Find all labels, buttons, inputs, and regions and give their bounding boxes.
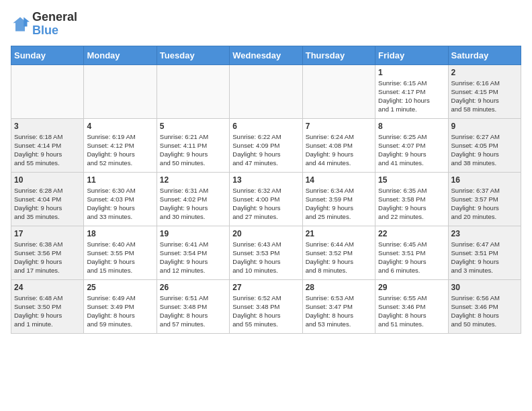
calendar-cell: 17Sunrise: 6:38 AM Sunset: 3:56 PM Dayli… (11, 226, 84, 279)
day-info: Sunrise: 6:34 AM Sunset: 3:59 PM Dayligh… (306, 186, 372, 222)
day-info: Sunrise: 6:56 AM Sunset: 3:46 PM Dayligh… (451, 293, 518, 329)
day-info: Sunrise: 6:22 AM Sunset: 4:09 PM Dayligh… (232, 132, 299, 168)
calendar-cell (302, 64, 375, 118)
day-number: 15 (378, 175, 445, 185)
day-number: 19 (160, 229, 226, 238)
calendar-cell: 4Sunrise: 6:19 AM Sunset: 4:12 PM Daylig… (84, 118, 157, 172)
svg-marker-2 (24, 17, 30, 26)
day-number: 22 (378, 229, 445, 238)
day-number: 27 (232, 283, 299, 292)
logo: General Blue (11, 11, 77, 38)
day-number: 23 (451, 229, 518, 238)
calendar-cell: 18Sunrise: 6:40 AM Sunset: 3:55 PM Dayli… (84, 226, 157, 279)
calendar-cell: 16Sunrise: 6:37 AM Sunset: 3:57 PM Dayli… (448, 172, 521, 226)
calendar-cell: 6Sunrise: 6:22 AM Sunset: 4:09 PM Daylig… (230, 118, 302, 172)
day-info: Sunrise: 6:24 AM Sunset: 4:08 PM Dayligh… (306, 132, 372, 168)
calendar-cell: 9Sunrise: 6:27 AM Sunset: 4:05 PM Daylig… (448, 118, 521, 172)
day-number: 12 (160, 175, 226, 185)
day-number: 8 (378, 122, 445, 131)
calendar-cell: 21Sunrise: 6:44 AM Sunset: 3:52 PM Dayli… (302, 226, 375, 279)
day-info: Sunrise: 6:49 AM Sunset: 3:49 PM Dayligh… (87, 293, 153, 329)
day-number: 7 (306, 122, 372, 131)
day-info: Sunrise: 6:35 AM Sunset: 3:58 PM Dayligh… (378, 186, 445, 222)
calendar-cell: 25Sunrise: 6:49 AM Sunset: 3:49 PM Dayli… (84, 279, 157, 333)
calendar-week-row: 24Sunrise: 6:48 AM Sunset: 3:50 PM Dayli… (11, 279, 521, 333)
day-number: 21 (306, 229, 372, 238)
day-number: 6 (232, 122, 299, 131)
calendar-cell: 22Sunrise: 6:45 AM Sunset: 3:51 PM Dayli… (375, 226, 448, 279)
day-info: Sunrise: 6:40 AM Sunset: 3:55 PM Dayligh… (87, 240, 153, 275)
calendar-cell: 19Sunrise: 6:41 AM Sunset: 3:54 PM Dayli… (157, 226, 229, 279)
calendar-cell: 2Sunrise: 6:16 AM Sunset: 4:15 PM Daylig… (448, 64, 521, 118)
calendar-cell: 29Sunrise: 6:55 AM Sunset: 3:46 PM Dayli… (375, 279, 448, 333)
day-info: Sunrise: 6:27 AM Sunset: 4:05 PM Dayligh… (451, 132, 518, 168)
day-number: 24 (14, 283, 81, 292)
day-number: 17 (14, 229, 81, 238)
day-of-week-header: Monday (84, 46, 157, 64)
day-info: Sunrise: 6:53 AM Sunset: 3:47 PM Dayligh… (306, 293, 372, 329)
day-info: Sunrise: 6:43 AM Sunset: 3:53 PM Dayligh… (232, 240, 299, 275)
calendar-cell: 20Sunrise: 6:43 AM Sunset: 3:53 PM Dayli… (230, 226, 302, 279)
calendar-cell: 7Sunrise: 6:24 AM Sunset: 4:08 PM Daylig… (302, 118, 375, 172)
calendar-cell: 8Sunrise: 6:25 AM Sunset: 4:07 PM Daylig… (375, 118, 448, 172)
day-info: Sunrise: 6:32 AM Sunset: 4:00 PM Dayligh… (232, 186, 299, 222)
day-of-week-header: Friday (375, 46, 448, 64)
day-info: Sunrise: 6:28 AM Sunset: 4:04 PM Dayligh… (14, 186, 81, 222)
day-number: 2 (451, 68, 518, 77)
calendar-cell: 23Sunrise: 6:47 AM Sunset: 3:51 PM Dayli… (448, 226, 521, 279)
day-number: 18 (87, 229, 153, 238)
logo-text-blue: Blue (32, 24, 77, 38)
day-of-week-header: Saturday (448, 46, 521, 64)
calendar-header-row: SundayMondayTuesdayWednesdayThursdayFrid… (11, 46, 521, 64)
day-number: 16 (451, 175, 518, 185)
day-info: Sunrise: 6:44 AM Sunset: 3:52 PM Dayligh… (306, 240, 372, 275)
calendar-cell: 28Sunrise: 6:53 AM Sunset: 3:47 PM Dayli… (302, 279, 375, 333)
calendar-week-row: 1Sunrise: 6:15 AM Sunset: 4:17 PM Daylig… (11, 64, 521, 118)
calendar-table: SundayMondayTuesdayWednesdayThursdayFrid… (11, 46, 521, 334)
day-info: Sunrise: 6:30 AM Sunset: 4:03 PM Dayligh… (87, 186, 153, 222)
calendar-week-row: 17Sunrise: 6:38 AM Sunset: 3:56 PM Dayli… (11, 226, 521, 279)
calendar-cell: 11Sunrise: 6:30 AM Sunset: 4:03 PM Dayli… (84, 172, 157, 226)
day-number: 1 (378, 68, 445, 77)
page-header: General Blue (11, 11, 521, 38)
day-number: 20 (232, 229, 299, 238)
day-of-week-header: Tuesday (157, 46, 229, 64)
day-info: Sunrise: 6:51 AM Sunset: 3:48 PM Dayligh… (160, 293, 226, 329)
day-info: Sunrise: 6:16 AM Sunset: 4:15 PM Dayligh… (451, 79, 518, 114)
day-number: 25 (87, 283, 153, 292)
calendar-cell (230, 64, 302, 118)
logo-icon (11, 15, 30, 34)
day-info: Sunrise: 6:15 AM Sunset: 4:17 PM Dayligh… (378, 79, 445, 114)
day-number: 28 (306, 283, 372, 292)
day-info: Sunrise: 6:55 AM Sunset: 3:46 PM Dayligh… (378, 293, 445, 329)
day-number: 14 (306, 175, 372, 185)
day-of-week-header: Sunday (11, 46, 84, 64)
calendar-cell: 27Sunrise: 6:52 AM Sunset: 3:48 PM Dayli… (230, 279, 302, 333)
day-number: 5 (160, 122, 226, 131)
day-info: Sunrise: 6:41 AM Sunset: 3:54 PM Dayligh… (160, 240, 226, 275)
day-number: 4 (87, 122, 153, 131)
day-info: Sunrise: 6:25 AM Sunset: 4:07 PM Dayligh… (378, 132, 445, 168)
calendar-cell: 14Sunrise: 6:34 AM Sunset: 3:59 PM Dayli… (302, 172, 375, 226)
day-info: Sunrise: 6:21 AM Sunset: 4:11 PM Dayligh… (160, 132, 226, 168)
calendar-week-row: 10Sunrise: 6:28 AM Sunset: 4:04 PM Dayli… (11, 172, 521, 226)
logo-text-general: General (32, 11, 77, 24)
day-info: Sunrise: 6:45 AM Sunset: 3:51 PM Dayligh… (378, 240, 445, 275)
calendar-cell: 30Sunrise: 6:56 AM Sunset: 3:46 PM Dayli… (448, 279, 521, 333)
calendar-cell: 15Sunrise: 6:35 AM Sunset: 3:58 PM Dayli… (375, 172, 448, 226)
calendar-cell (157, 64, 229, 118)
calendar-cell: 12Sunrise: 6:31 AM Sunset: 4:02 PM Dayli… (157, 172, 229, 226)
calendar-cell: 3Sunrise: 6:18 AM Sunset: 4:14 PM Daylig… (11, 118, 84, 172)
calendar-cell: 13Sunrise: 6:32 AM Sunset: 4:00 PM Dayli… (230, 172, 302, 226)
day-info: Sunrise: 6:19 AM Sunset: 4:12 PM Dayligh… (87, 132, 153, 168)
day-number: 30 (451, 283, 518, 292)
day-info: Sunrise: 6:52 AM Sunset: 3:48 PM Dayligh… (232, 293, 299, 329)
day-info: Sunrise: 6:48 AM Sunset: 3:50 PM Dayligh… (14, 293, 81, 329)
calendar-week-row: 3Sunrise: 6:18 AM Sunset: 4:14 PM Daylig… (11, 118, 521, 172)
calendar-cell: 10Sunrise: 6:28 AM Sunset: 4:04 PM Dayli… (11, 172, 84, 226)
day-of-week-header: Wednesday (230, 46, 302, 64)
day-number: 13 (232, 175, 299, 185)
day-number: 9 (451, 122, 518, 131)
day-info: Sunrise: 6:37 AM Sunset: 3:57 PM Dayligh… (451, 186, 518, 222)
calendar-cell: 1Sunrise: 6:15 AM Sunset: 4:17 PM Daylig… (375, 64, 448, 118)
